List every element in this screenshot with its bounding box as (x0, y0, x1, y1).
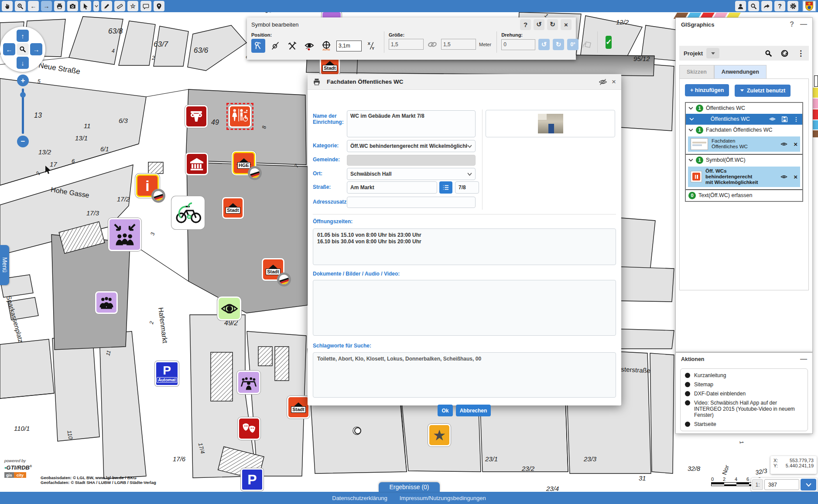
menu-tab[interactable]: Menü (0, 245, 9, 285)
rotate-ccw-icon[interactable]: ↺ (538, 39, 550, 50)
aktionen-item[interactable]: Sitemap (685, 381, 803, 388)
strasse-input[interactable] (347, 181, 437, 194)
zoom-center-icon[interactable] (17, 43, 29, 55)
forward-icon[interactable]: → (41, 1, 52, 11)
scale-dropdown-icon[interactable] (801, 479, 816, 490)
stadt-map-symbol[interactable]: Stadt (287, 396, 310, 419)
search-icon[interactable] (748, 1, 759, 11)
museum-map-symbol[interactable] (185, 153, 208, 175)
search-icon[interactable] (765, 50, 772, 57)
scale-input[interactable] (764, 479, 799, 490)
favorites-star-icon[interactable]: ☆ (127, 1, 138, 11)
pan-down-button[interactable]: ↓ (17, 57, 29, 69)
link-size-icon[interactable] (427, 41, 438, 48)
minimize-icon[interactable]: — (800, 355, 807, 363)
ok-button[interactable]: Ok (438, 405, 453, 416)
zoom-slider-handle[interactable] (20, 92, 26, 98)
aktionen-item[interactable]: DXF-Datei einblenden (685, 391, 803, 397)
tree-root-row[interactable]: 1 Öffentliches WC (686, 103, 802, 114)
draw-pencil-icon[interactable] (101, 1, 112, 11)
select-cursor-icon[interactable] (80, 1, 91, 11)
pplain-map-symbol[interactable]: P (241, 468, 264, 491)
eye-icon[interactable] (769, 116, 776, 122)
aktionen-item[interactable]: Startseite (685, 421, 803, 427)
undo-icon[interactable]: ↺ (534, 19, 544, 30)
capital-map-symbol[interactable] (185, 105, 208, 128)
kebab-menu-icon[interactable]: ⋮ (797, 49, 804, 58)
wc-map-symbol[interactable] (229, 105, 251, 128)
star-map-symbol[interactable]: ★ (428, 424, 451, 446)
kategorie-select[interactable]: Öff.WC behindertengerecht mit Wickelmögl… (347, 140, 476, 152)
stadt-map-symbol[interactable]: Stadt (222, 197, 244, 219)
rotate-cw-icon[interactable]: ↻ (553, 39, 564, 50)
settings-gear-icon[interactable] (787, 1, 798, 11)
people-map-symbol[interactable] (95, 291, 118, 314)
cancel-button[interactable]: Abbrechen (456, 405, 491, 416)
project-dropdown-icon[interactable] (706, 48, 719, 58)
measure-ruler-icon[interactable] (114, 1, 125, 11)
street-list-icon[interactable] (439, 181, 452, 194)
results-tab[interactable]: Ergebnisse (0) (379, 482, 440, 492)
select-caret-icon[interactable] (93, 1, 99, 11)
zoom-tool-icon[interactable] (15, 1, 26, 11)
rotation-input[interactable] (501, 39, 535, 50)
hausnummer-input[interactable] (455, 181, 479, 194)
close-icon[interactable]: × (794, 140, 797, 148)
minimize-icon[interactable]: — (800, 20, 807, 28)
oeffnungszeiten-input[interactable]: 01.05 bis 15.10 von 8:00 Uhr bis 23:00 U… (313, 228, 616, 265)
rotation-zero-button[interactable]: 0° (567, 39, 578, 50)
user-icon[interactable] (735, 1, 746, 11)
hide-eye-icon[interactable] (599, 78, 607, 86)
pan-control[interactable]: ↑ ← → ↓ (0, 27, 45, 72)
recent-button[interactable]: Zuletzt benutzt (735, 85, 791, 97)
masks-map-symbol[interactable] (238, 417, 260, 440)
delete-vertex-icon[interactable] (285, 39, 299, 53)
redo-icon[interactable]: ↻ (547, 19, 558, 30)
close-icon[interactable]: × (794, 173, 797, 180)
confirm-check-button[interactable]: ✓ (606, 36, 612, 49)
close-icon[interactable]: × (612, 78, 616, 86)
zoom-out-button[interactable]: − (17, 136, 29, 147)
tree-group-row[interactable]: 1 Fachdaten Öffentliches WC (686, 125, 802, 136)
pan-right-button[interactable]: → (30, 43, 42, 55)
dialog-header[interactable]: Fachdaten Öffentliches WC × (308, 74, 621, 90)
visibility-icon[interactable] (781, 50, 788, 57)
add-button[interactable]: + hinzufügen (685, 84, 729, 96)
tab-skizzen[interactable]: Skizzen (679, 65, 714, 78)
tree-group-row[interactable]: 0 Text(Öff.WC) erfassen (686, 189, 802, 201)
print-icon[interactable] (313, 78, 321, 86)
place-symbol-tool-icon[interactable] (251, 39, 265, 53)
xy-coordinates-icon[interactable]: XY (365, 39, 379, 53)
aktionen-item[interactable]: Video: Schwäbisch Hall App auf der INTER… (685, 400, 803, 418)
schlagworte-input[interactable]: Toilette, Abort, Klo, Klosett, Lokus, Do… (313, 352, 616, 398)
remove-position-icon[interactable] (268, 39, 282, 53)
table-map-symbol[interactable] (237, 371, 260, 394)
eye-map-symbol[interactable] (217, 296, 241, 320)
hge-map-symbol[interactable]: HGE (233, 152, 255, 174)
print-icon[interactable] (54, 1, 65, 11)
info-map-symbol[interactable]: i (136, 174, 159, 197)
tab-anwendungen[interactable]: Anwendungen (714, 65, 767, 78)
aktionen-item[interactable]: Kurzanleitung (685, 372, 803, 378)
help-icon[interactable]: ? (774, 1, 785, 11)
footer-link[interactable]: Datenschutzerklärung (332, 495, 387, 501)
auto-crosshair-icon[interactable]: AUTO (319, 39, 333, 53)
comment-bubble-icon[interactable] (140, 1, 151, 11)
tree-group-row[interactable]: 1 Symbol(Öff.WC) (686, 154, 802, 166)
size-height-input[interactable] (441, 39, 476, 50)
kebab-menu-icon[interactable]: ⋮ (794, 116, 799, 123)
back-icon[interactable]: ← (28, 1, 39, 11)
tree-item-symbol[interactable]: Öff. WCs behindertengerecht mit Wickelmö… (688, 167, 800, 187)
help-icon[interactable]: ? (520, 19, 531, 30)
share-icon[interactable] (761, 1, 772, 11)
ort-select[interactable]: Schwäbisch Hall (347, 168, 476, 180)
offset-input[interactable] (336, 41, 362, 51)
ptab-map-symbol[interactable]: PAutomat (155, 361, 179, 386)
tree-group-header[interactable]: Öffentliches WC ⋮ (686, 114, 802, 125)
eye-icon[interactable] (780, 174, 787, 180)
help-icon[interactable]: ? (790, 20, 794, 28)
tree-item-fachdaten[interactable]: Fachdaten Öffentliches WC × (688, 136, 800, 152)
pan-up-button[interactable]: ↑ (17, 30, 29, 42)
visibility-drop-icon[interactable] (302, 39, 316, 53)
city-crest-icon[interactable] (802, 0, 816, 12)
